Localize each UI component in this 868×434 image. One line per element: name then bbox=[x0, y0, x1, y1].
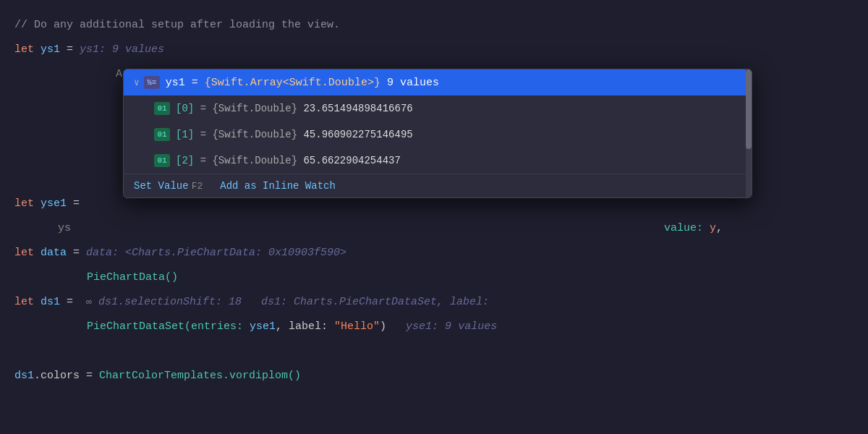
code-line-6: let data = data: <Charts.PieChartData: 0… bbox=[0, 241, 868, 265]
array-type-badge: ½≡ bbox=[144, 76, 160, 89]
item-text-0: [0] = {Swift.Double} 23.651494898416676 bbox=[176, 103, 413, 114]
add-inline-watch-button[interactable]: Add as Inline Watch bbox=[220, 180, 336, 192]
selected-item-text: ys1 = {Swift.Array<Swift.Double>} 9 valu… bbox=[166, 77, 439, 89]
var-ds1-colors: ds1 bbox=[14, 365, 34, 387]
scrollbar-thumb[interactable] bbox=[746, 69, 752, 149]
keyword-let-data: let bbox=[14, 242, 34, 264]
piechartdataset-call: PieChartDataSet(entries: bbox=[87, 316, 250, 338]
dropdown-item-1[interactable]: 01 [1] = {Swift.Double} 45.9609022751464… bbox=[124, 122, 752, 148]
expand-chevron-icon[interactable]: ∨ bbox=[134, 77, 140, 88]
int-type-badge-1: 01 bbox=[154, 128, 170, 141]
inline-value-data: data: <Charts.PieChartData: 0x10903f590> bbox=[86, 242, 346, 264]
chart-color-templates: ChartColorTemplates bbox=[99, 365, 223, 387]
code-comment: // Do any additional setup after loading… bbox=[14, 14, 340, 36]
item-text-2: [2] = {Swift.Double} 65.6622904254437 bbox=[176, 155, 401, 166]
code-line-7: PieChartData() bbox=[0, 265, 868, 290]
int-type-badge-2: 01 bbox=[154, 154, 170, 167]
inline-value-ys1: ys1: 9 values bbox=[80, 39, 164, 61]
code-line-1: // Do any additional setup after loading… bbox=[0, 13, 868, 38]
code-line-8: let ds1 = ∞ ds1.selectionShift: 18 ds1: … bbox=[0, 290, 868, 315]
inline-value-yse1: yse1: 9 values bbox=[386, 316, 497, 338]
dropdown-item-2[interactable]: 01 [2] = {Swift.Double} 65.6622904254437 bbox=[124, 148, 752, 174]
keyword-let: let bbox=[14, 39, 34, 61]
dropdown-footer: Set Value F2 Add as Inline Watch bbox=[124, 174, 752, 197]
code-line-2: let ys1 = ys1: 9 values bbox=[0, 38, 868, 62]
var-ds1: ds1 bbox=[41, 292, 60, 313]
var-yse1: yse1 bbox=[41, 193, 67, 215]
int-type-badge-0: 01 bbox=[154, 102, 170, 115]
set-value-key: F2 bbox=[192, 181, 203, 192]
inline-value-ds1-selection: ds1.selectionShift: 18 bbox=[98, 292, 242, 313]
code-line-11: ds1 .colors = ChartColorTemplates .vordi… bbox=[0, 364, 868, 388]
inline-value-ds1-type: ds1: Charts.PieChartDataSet, label: bbox=[261, 292, 489, 313]
piechart-data-call: PieChartData() bbox=[87, 267, 178, 289]
set-value-button[interactable]: Set Value bbox=[134, 180, 189, 192]
var-data: data bbox=[41, 242, 67, 264]
dropdown-item-0[interactable]: 01 [0] = {Swift.Double} 23.6514948984166… bbox=[124, 95, 752, 122]
var-ys1: ys1 bbox=[41, 39, 60, 61]
code-line-9: PieChartDataSet(entries: yse1 , label: "… bbox=[0, 315, 868, 339]
code-line-empty bbox=[0, 339, 868, 364]
variable-inspector-dropdown[interactable]: ∨ ½≡ ys1 = {Swift.Array<Swift.Double>} 9… bbox=[123, 69, 752, 198]
scrollbar-track bbox=[746, 69, 752, 197]
code-editor: // Do any additional setup after loading… bbox=[0, 0, 868, 434]
item-text-1: [1] = {Swift.Double} 45.960902275146495 bbox=[176, 129, 413, 140]
keyword-let-yse1: let bbox=[14, 193, 34, 215]
dropdown-selected-item[interactable]: ∨ ½≡ ys1 = {Swift.Array<Swift.Double>} 9… bbox=[124, 69, 752, 95]
keyword-let-ds1: let bbox=[14, 292, 34, 313]
code-line-5: ys value: y , bbox=[0, 216, 868, 241]
